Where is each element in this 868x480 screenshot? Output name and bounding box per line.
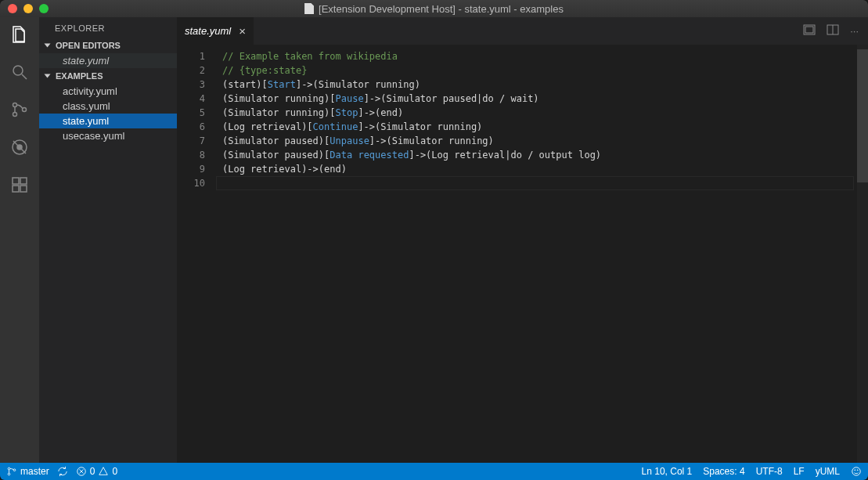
scrollbar[interactable] xyxy=(857,45,868,463)
document-icon xyxy=(304,3,314,14)
open-editor-item[interactable]: state.yuml xyxy=(39,53,177,68)
tab-state-yuml[interactable]: state.yuml × xyxy=(177,17,254,45)
extensions-icon[interactable] xyxy=(9,174,31,196)
svg-rect-11 xyxy=(805,27,813,33)
more-actions-icon[interactable]: ··· xyxy=(850,25,859,37)
problems[interactable]: 0 0 xyxy=(76,466,117,477)
editor-actions: ··· xyxy=(803,17,868,45)
indentation[interactable]: Spaces: 4 xyxy=(703,466,744,477)
code-content[interactable]: // Example taken from wikipedia// {type:… xyxy=(216,45,601,463)
warning-icon xyxy=(98,466,109,477)
svg-point-15 xyxy=(8,473,10,475)
examples-header[interactable]: EXAMPLES xyxy=(39,68,177,84)
encoding[interactable]: UTF-8 xyxy=(756,466,783,477)
language-mode[interactable]: yUML xyxy=(816,466,840,477)
layout-icon[interactable] xyxy=(827,23,839,38)
sync-button[interactable] xyxy=(57,466,68,477)
git-branch[interactable]: master xyxy=(6,466,49,477)
svg-point-2 xyxy=(13,113,17,117)
editor-group: state.yuml × ··· 12345678910 // Example … xyxy=(177,17,868,463)
cursor-position[interactable]: Ln 10, Col 1 xyxy=(642,466,693,477)
file-item-activity[interactable]: activity.yuml xyxy=(39,84,177,99)
svg-point-1 xyxy=(13,103,17,107)
source-control-icon[interactable] xyxy=(9,99,31,121)
file-item-usecase[interactable]: usecase.yuml xyxy=(39,128,177,143)
tab-label: state.yuml xyxy=(185,25,231,37)
sidebar-title: EXPLORER xyxy=(39,17,177,38)
svg-rect-6 xyxy=(13,178,19,184)
titlebar: [Extension Development Host] - state.yum… xyxy=(0,0,868,17)
open-editors-header[interactable]: OPEN EDITORS xyxy=(39,38,177,53)
debug-icon[interactable] xyxy=(9,136,31,158)
eol[interactable]: LF xyxy=(794,466,805,477)
sync-icon xyxy=(57,466,68,477)
branch-icon xyxy=(6,466,17,477)
file-item-state[interactable]: state.yuml xyxy=(39,114,177,128)
feedback-icon[interactable] xyxy=(851,466,862,477)
status-bar: master 0 0 Ln 10, Col 1 Spaces: 4 UTF-8 … xyxy=(0,463,868,480)
svg-rect-9 xyxy=(20,186,27,192)
svg-point-14 xyxy=(8,467,10,470)
window-title-text: [Extension Development Host] - state.yum… xyxy=(319,3,564,15)
sidebar: EXPLORER OPEN EDITORS state.yuml EXAMPLE… xyxy=(39,17,177,463)
line-gutter: 12345678910 xyxy=(177,45,216,463)
code-editor[interactable]: 12345678910 // Example taken from wikipe… xyxy=(177,45,868,463)
split-editor-icon[interactable] xyxy=(803,23,816,38)
file-item-class[interactable]: class.yuml xyxy=(39,99,177,114)
explorer-icon[interactable] xyxy=(9,23,31,45)
svg-point-20 xyxy=(857,470,858,471)
error-icon xyxy=(76,466,87,477)
svg-point-5 xyxy=(17,145,22,150)
svg-point-19 xyxy=(855,470,855,471)
svg-point-18 xyxy=(852,467,861,476)
activity-bar xyxy=(0,17,39,463)
svg-point-0 xyxy=(13,66,23,75)
tab-bar: state.yuml × ··· xyxy=(177,17,868,45)
close-tab-icon[interactable]: × xyxy=(239,24,246,38)
search-icon[interactable] xyxy=(9,61,31,83)
scrollbar-thumb[interactable] xyxy=(857,49,868,182)
svg-rect-8 xyxy=(13,186,19,192)
svg-rect-7 xyxy=(20,178,27,184)
window-title: [Extension Development Host] - state.yum… xyxy=(0,3,868,15)
